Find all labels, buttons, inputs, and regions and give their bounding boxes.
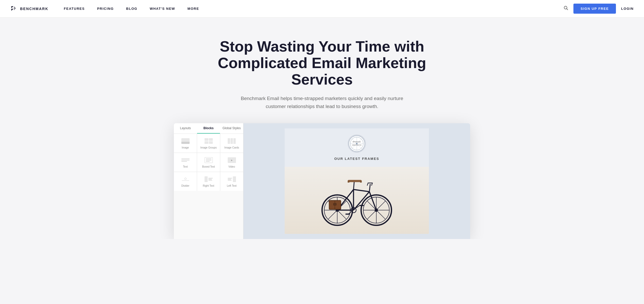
- signup-button[interactable]: SIGN UP FREE: [573, 4, 616, 14]
- svg-line-19: [338, 211, 346, 219]
- nav-features[interactable]: FEATURES: [64, 7, 85, 11]
- navbar: BENCHMARK FEATURES PRICING BLOG WHAT'S N…: [0, 0, 644, 18]
- tab-blocks[interactable]: Blocks: [197, 123, 220, 134]
- picker-item-right-text-label: Right Text: [203, 184, 214, 187]
- picker-item-video-label: Video: [228, 165, 235, 168]
- nav-more[interactable]: MORE: [188, 7, 199, 11]
- hero-section: Stop Wasting Your Time with Complicated …: [0, 18, 644, 239]
- svg-line-31: [378, 201, 385, 209]
- app-screenshot: Layouts Blocks Global Styles Image: [174, 123, 470, 239]
- svg-line-21: [328, 211, 336, 219]
- picker-item-left-text-label: Left Text: [227, 184, 237, 187]
- svg-line-37: [353, 190, 369, 192]
- picker-item-image-label: Image: [182, 146, 189, 149]
- tab-global-styles[interactable]: Global Styles: [220, 123, 243, 134]
- image-groups-block-icon: [204, 137, 213, 145]
- image-cards-block-icon: [227, 137, 236, 145]
- picker-item-boxed-text[interactable]: Boxed Text: [197, 153, 220, 172]
- search-icon[interactable]: [564, 6, 568, 12]
- nav-links: FEATURES PRICING BLOG WHAT'S NEW MORE: [64, 7, 564, 11]
- svg-text:HANDCRAFTED: HANDCRAFTED: [352, 144, 362, 146]
- brand-logo: BYCICLES HANDCRAFTED: [348, 135, 366, 153]
- boxed-text-block-icon: [204, 157, 213, 164]
- left-text-block-icon: [227, 176, 236, 183]
- picker-item-image-groups-label: Image Groups: [200, 146, 217, 149]
- svg-line-30: [378, 211, 385, 219]
- nav-right: SIGN UP FREE LOGIN: [564, 4, 634, 14]
- svg-rect-43: [360, 181, 362, 183]
- login-link[interactable]: LOGIN: [621, 7, 634, 11]
- nav-whats-new[interactable]: WHAT'S NEW: [150, 7, 175, 11]
- bicycle-illustration: [316, 172, 398, 229]
- picker-item-divider-label: Divider: [181, 184, 189, 187]
- svg-line-44: [369, 184, 370, 192]
- picker-tabs: Layouts Blocks Global Styles: [174, 123, 243, 134]
- svg-rect-51: [345, 214, 350, 215]
- logo-icon: [10, 5, 18, 12]
- picker-item-image[interactable]: Image: [174, 134, 197, 153]
- image-block-icon: [181, 137, 190, 145]
- logo[interactable]: BENCHMARK: [10, 5, 48, 12]
- svg-line-47: [371, 183, 372, 186]
- picker-item-text[interactable]: Text: [174, 153, 197, 172]
- video-block-icon: [227, 157, 236, 164]
- email-title: OUR LATEST FRAMES: [334, 157, 379, 161]
- picker-item-image-cards-label: Image Cards: [224, 146, 239, 149]
- divider-block-icon: [181, 176, 190, 183]
- svg-rect-52: [359, 205, 364, 206]
- svg-rect-56: [333, 203, 336, 205]
- right-text-block-icon: [204, 176, 213, 183]
- svg-line-1: [566, 9, 568, 10]
- svg-line-40: [353, 182, 354, 190]
- svg-line-32: [367, 211, 375, 219]
- nav-blog[interactable]: BLOG: [126, 7, 138, 11]
- hero-heading: Stop Wasting Your Time with Complicated …: [206, 38, 438, 87]
- picker-item-boxed-text-label: Boxed Text: [202, 165, 215, 168]
- picker-grid: Image Image Groups: [174, 134, 243, 191]
- nav-pricing[interactable]: PRICING: [97, 7, 114, 11]
- picker-item-image-groups[interactable]: Image Groups: [197, 134, 220, 153]
- picker-item-right-text[interactable]: Right Text: [197, 172, 220, 191]
- svg-text:BYCICLES: BYCICLES: [353, 141, 361, 143]
- svg-rect-41: [348, 180, 362, 182]
- picker-item-text-label: Text: [183, 165, 188, 168]
- logo-text: BENCHMARK: [20, 7, 48, 11]
- email-bike-image: [285, 167, 429, 234]
- text-block-icon: [181, 157, 190, 164]
- svg-line-46: [367, 183, 368, 186]
- picker-item-video[interactable]: Video: [220, 153, 243, 172]
- picker-item-left-text[interactable]: Left Text: [220, 172, 243, 191]
- picker-item-divider[interactable]: Divider: [174, 172, 197, 191]
- tab-layouts[interactable]: Layouts: [174, 123, 197, 134]
- svg-rect-42: [348, 181, 350, 183]
- email-preview-panel: BYCICLES HANDCRAFTED OUR LATEST FRAMES: [243, 123, 470, 239]
- email-card: BYCICLES HANDCRAFTED OUR LATEST FRAMES: [285, 128, 429, 234]
- hero-subtext: Benchmark Email helps time-strapped mark…: [232, 95, 412, 110]
- block-picker-panel: Layouts Blocks Global Styles Image: [174, 123, 243, 239]
- picker-item-image-cards[interactable]: Image Cards: [220, 134, 243, 153]
- email-header: BYCICLES HANDCRAFTED OUR LATEST FRAMES: [285, 128, 429, 167]
